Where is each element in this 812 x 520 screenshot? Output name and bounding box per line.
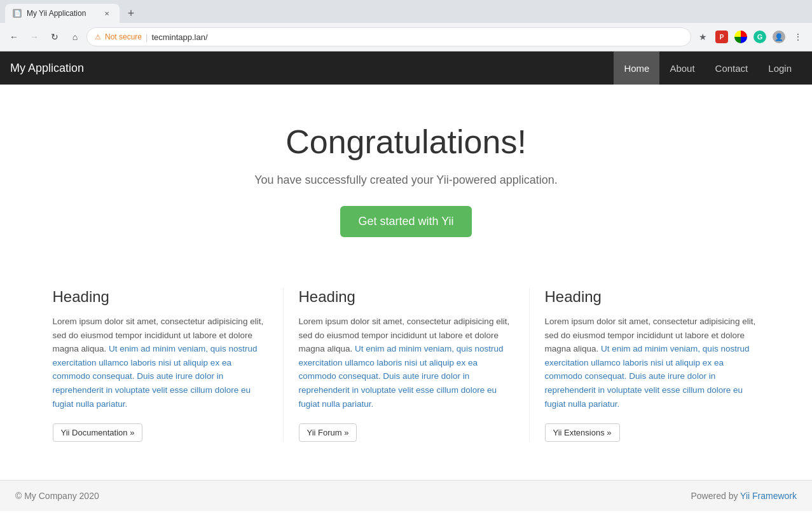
chrome-icon	[734, 31, 747, 43]
card-1-body: Lorem ipsum dolor sit amet, consectetur …	[299, 315, 514, 411]
address-url: tecmintapp.lan/	[151, 32, 207, 42]
congratulations-subtitle: You have successfully created your Yii-p…	[13, 174, 799, 187]
card-2-body: Lorem ipsum dolor sit amet, consectetur …	[545, 315, 760, 411]
extension-red-button[interactable]: P	[713, 28, 731, 46]
card-2-heading: Heading	[545, 288, 760, 306]
footer-powered-by-text: Powered by	[691, 491, 740, 501]
browser-tab-bar: 📄 My Yii Application ✕ +	[0, 0, 812, 23]
card-2-link-button[interactable]: Yii Extensions »	[545, 423, 620, 442]
browser-nav-bar: ← → ↻ ⌂ ⚠ Not secure | tecmintapp.lan/ ★…	[0, 23, 812, 51]
nav-link-home[interactable]: Home	[614, 51, 659, 85]
nav-link-contact[interactable]: Contact	[705, 51, 759, 85]
card-0-body: Lorem ipsum dolor sit amet, consectetur …	[53, 315, 268, 411]
card-0: Heading Lorem ipsum dolor sit amet, cons…	[38, 288, 283, 442]
browser-tab-active[interactable]: 📄 My Yii Application ✕	[5, 4, 120, 23]
extension-circle-button[interactable]	[732, 28, 750, 46]
get-started-button[interactable]: Get started with Yii	[340, 206, 471, 237]
footer-yii-link[interactable]: Yii Framework	[740, 491, 797, 501]
card-1: Heading Lorem ipsum dolor sit amet, cons…	[283, 288, 529, 442]
tab-favicon: 📄	[13, 9, 22, 18]
app-navbar: My Application Home About Contact Login	[0, 51, 812, 85]
cards-section: Heading Lorem ipsum dolor sit amet, cons…	[25, 263, 788, 480]
menu-button[interactable]: ⋮	[789, 28, 807, 46]
card-1-link-button[interactable]: Yii Forum »	[299, 423, 357, 442]
profile-icon: 👤	[773, 31, 785, 43]
card-2: Heading Lorem ipsum dolor sit amet, cons…	[529, 288, 775, 442]
tab-title: My Yii Application	[27, 9, 97, 18]
card-1-body-link[interactable]: Ut enim ad minim veniam, quis nostrud ex…	[299, 344, 504, 408]
address-separator: |	[146, 32, 148, 42]
forward-button[interactable]: →	[25, 28, 43, 46]
bookmark-button[interactable]: ★	[694, 28, 712, 46]
home-button[interactable]: ⌂	[66, 28, 84, 46]
app-brand[interactable]: My Application	[10, 62, 614, 75]
grammarly-icon: G	[754, 31, 766, 43]
nav-link-about[interactable]: About	[659, 51, 705, 85]
extension-grammarly-button[interactable]: G	[751, 28, 769, 46]
pocket-icon: P	[715, 31, 728, 43]
back-button[interactable]: ←	[5, 28, 23, 46]
card-2-body-link[interactable]: Ut enim ad minim veniam, quis nostrud ex…	[545, 344, 750, 408]
hero-section: Congratulations! You have successfully c…	[0, 85, 812, 263]
card-0-heading: Heading	[53, 288, 268, 306]
card-1-heading: Heading	[299, 288, 514, 306]
nav-right-icons: ★ P G 👤 ⋮	[694, 28, 807, 46]
congratulations-title: Congratulations!	[13, 123, 799, 161]
footer-powered-by: Powered by Yii Framework	[691, 491, 797, 501]
not-secure-label: Not secure	[105, 32, 142, 41]
tab-close-button[interactable]: ✕	[102, 8, 112, 18]
reload-button[interactable]: ↻	[46, 28, 64, 46]
address-bar[interactable]: ⚠ Not secure | tecmintapp.lan/	[86, 27, 691, 46]
app-footer: © My Company 2020 Powered by Yii Framewo…	[0, 480, 812, 511]
browser-chrome: 📄 My Yii Application ✕ + ← → ↻ ⌂ ⚠ Not s…	[0, 0, 812, 51]
lock-icon: ⚠	[95, 33, 101, 41]
app-nav-links: Home About Contact Login	[614, 51, 802, 85]
card-0-link-button[interactable]: Yii Documentation »	[53, 423, 143, 442]
nav-link-login[interactable]: Login	[758, 51, 802, 85]
footer-copyright: © My Company 2020	[15, 491, 99, 501]
card-0-body-link[interactable]: Ut enim ad minim veniam, quis nostrud ex…	[53, 344, 258, 408]
profile-button[interactable]: 👤	[770, 28, 788, 46]
new-tab-button[interactable]: +	[122, 4, 140, 22]
